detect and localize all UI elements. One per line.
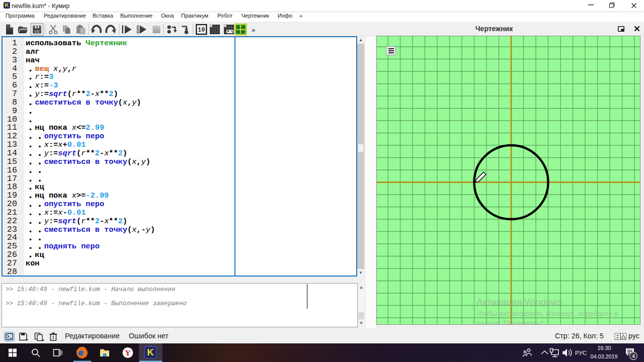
svg-text:4: 4 (632, 353, 635, 359)
svg-text:»: » (252, 26, 255, 34)
svg-text:Y: Y (125, 349, 131, 357)
svg-text:K: K (147, 347, 154, 357)
svg-text:04.03.2019: 04.03.2019 (590, 353, 617, 359)
svg-text:10: 10 (198, 27, 205, 34)
svg-text:16:30: 16:30 (597, 345, 611, 351)
svg-text:РУС: РУС (575, 350, 587, 356)
